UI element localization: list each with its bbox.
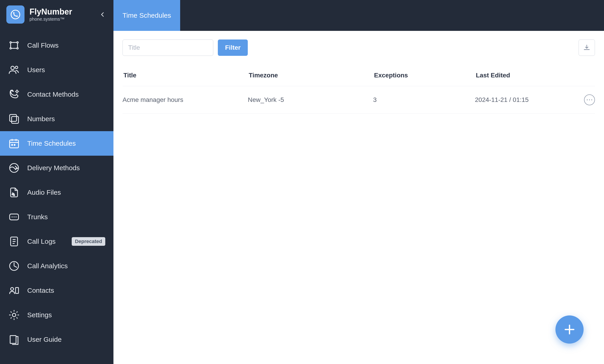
phone-icon (10, 9, 21, 20)
more-horizontal-icon (586, 99, 593, 101)
sidebar-item-label: Call Flows (27, 41, 105, 49)
svg-rect-12 (10, 140, 19, 148)
col-timezone: Timezone (248, 72, 373, 79)
row-actions-button[interactable] (584, 94, 595, 105)
sidebar-item-call-analytics[interactable]: Call Analytics (0, 254, 113, 278)
svg-rect-24 (10, 336, 16, 344)
svg-point-23 (12, 313, 16, 317)
svg-point-9 (16, 90, 18, 93)
svg-point-13 (12, 144, 13, 145)
col-exceptions: Exceptions (373, 72, 475, 79)
contact-methods-icon (8, 88, 20, 100)
sidebar-item-settings[interactable]: Settings (0, 303, 113, 327)
svg-point-7 (11, 66, 14, 70)
download-icon (583, 44, 591, 51)
delivery-icon (8, 162, 20, 174)
sidebar-item-numbers[interactable]: Numbers (0, 107, 113, 131)
svg-point-26 (589, 100, 590, 100)
schedules-table: Title Timezone Exceptions Last Edited Ac… (113, 64, 604, 113)
users-icon (8, 64, 20, 76)
sidebar-nav: Call Flows Users Contact Methods Numbers… (0, 29, 113, 352)
guide-icon (8, 334, 20, 345)
sidebar-item-audio-files[interactable]: Audio Files (0, 180, 113, 205)
cell-last-edited: 2024-11-21 / 01:15 (475, 96, 577, 103)
svg-rect-22 (16, 288, 19, 293)
page-title: Time Schedules (123, 12, 171, 19)
analytics-icon (8, 260, 20, 272)
sidebar-item-label: Contacts (27, 287, 105, 294)
brand-title: FlyNumber (29, 7, 72, 16)
sidebar: FlyNumber phone.systems™ Call Flows User… (0, 0, 113, 364)
sidebar-item-user-guide[interactable]: User Guide (0, 327, 113, 352)
brand-subtitle: phone.systems™ (29, 17, 72, 22)
cell-exceptions: 3 (373, 96, 475, 103)
sidebar-item-label: Numbers (27, 115, 105, 123)
page-title-tab: Time Schedules (113, 0, 180, 31)
svg-point-6 (17, 48, 18, 49)
add-schedule-fab[interactable] (555, 315, 584, 344)
table-header: Title Timezone Exceptions Last Edited (123, 64, 595, 86)
sidebar-item-label: Time Schedules (27, 139, 105, 147)
svg-point-5 (17, 42, 18, 43)
svg-rect-10 (10, 115, 17, 121)
svg-rect-11 (12, 116, 18, 123)
deprecated-badge: Deprecated (72, 237, 105, 246)
chevron-left-icon (99, 11, 106, 18)
sidebar-item-label: Call Analytics (27, 262, 105, 270)
gear-icon (8, 309, 20, 321)
trunks-icon (8, 211, 20, 223)
sidebar-item-label: Users (27, 66, 105, 74)
svg-point-4 (10, 48, 12, 49)
svg-point-25 (587, 100, 588, 100)
sidebar-item-call-logs[interactable]: Call Logs Deprecated (0, 229, 113, 254)
sidebar-item-contact-methods[interactable]: Contact Methods (0, 82, 113, 107)
filter-bar: Filter (113, 31, 604, 64)
sidebar-item-label: Settings (27, 311, 105, 319)
sidebar-item-label: User Guide (27, 336, 105, 343)
svg-point-21 (11, 288, 14, 290)
sidebar-item-label: Audio Files (27, 188, 105, 196)
call-flows-icon (8, 39, 20, 51)
audio-icon (8, 187, 20, 198)
brand-logo (6, 5, 25, 24)
svg-point-8 (15, 66, 18, 69)
cell-timezone: New_York -5 (248, 96, 373, 103)
col-title: Title (123, 72, 248, 79)
calendar-icon (8, 138, 20, 149)
numbers-icon (8, 113, 20, 125)
table-row[interactable]: Acme manager hours New_York -5 3 2024-11… (123, 86, 595, 113)
svg-point-0 (11, 10, 20, 19)
plus-icon (563, 323, 576, 336)
col-last-edited: Last Edited (475, 72, 577, 79)
sidebar-item-label: Trunks (27, 213, 105, 221)
contacts-icon (8, 285, 20, 296)
svg-point-27 (591, 100, 592, 100)
sidebar-item-delivery-methods[interactable]: Delivery Methods (0, 156, 113, 180)
svg-point-1 (13, 12, 14, 14)
sidebar-header: FlyNumber phone.systems™ (0, 0, 113, 29)
download-button[interactable] (579, 39, 595, 56)
sidebar-item-time-schedules[interactable]: Time Schedules (0, 131, 113, 156)
svg-point-14 (14, 144, 15, 145)
sidebar-item-label: Call Logs (27, 238, 72, 245)
svg-point-2 (16, 15, 18, 17)
title-filter-input[interactable] (123, 39, 213, 56)
cell-title: Acme manager hours (123, 96, 248, 103)
sidebar-item-contacts[interactable]: Contacts (0, 278, 113, 303)
topbar: Time Schedules (113, 0, 604, 31)
sidebar-item-label: Contact Methods (27, 90, 105, 98)
sidebar-item-trunks[interactable]: Trunks (0, 205, 113, 229)
svg-point-3 (10, 42, 12, 43)
sidebar-item-label: Delivery Methods (27, 164, 105, 172)
filter-button[interactable]: Filter (218, 39, 248, 56)
sidebar-item-call-flows[interactable]: Call Flows (0, 33, 113, 58)
log-icon (8, 236, 20, 247)
main-content: Time Schedules Filter Title Timezone Exc… (113, 0, 604, 364)
collapse-sidebar-button[interactable] (98, 10, 107, 19)
sidebar-item-users[interactable]: Users (0, 58, 113, 82)
